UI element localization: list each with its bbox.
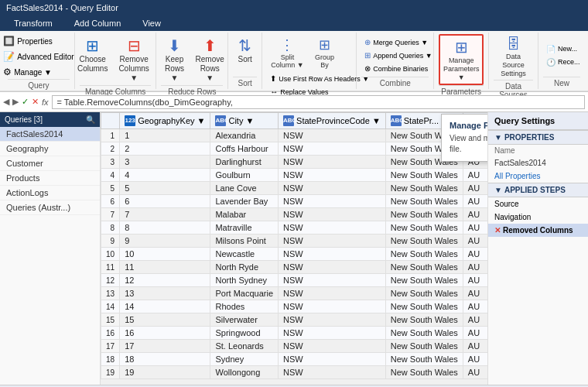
type-icon-abc-city: ABC (215, 115, 226, 126)
title-bar: FactSales2014 - Query Editor (0, 0, 588, 15)
table-cell: Wollongong (210, 366, 279, 379)
table-row: 1313Port MacquarieNSWNew South WalesAU (101, 287, 488, 300)
ribbon: Transform Add Column View 🔲 Properties 📝… (0, 15, 588, 92)
tab-view[interactable]: View (132, 15, 172, 31)
sidebar-item-customer[interactable]: Customer (0, 156, 100, 171)
table-cell: 7 (120, 208, 210, 221)
table-row: 1616SpringwoodNSWNew South WalesAU (101, 327, 488, 340)
table-cell: AU (463, 208, 487, 221)
group-icon: ⊞ (319, 36, 330, 53)
table-cell: 4 (120, 169, 210, 182)
table-row: 55Lane CoveNSWNew South WalesAU (101, 182, 488, 195)
row-number: 1 (101, 129, 120, 142)
new-icon: 📄 (546, 45, 556, 53)
table-row: 1212North SydneyNSWNew South WalesAU (101, 274, 488, 287)
type-icon-abc-state: ABC (283, 115, 294, 126)
step-navigation[interactable]: Navigation (488, 211, 588, 224)
reduce-rows-items: ⬇ KeepRows ▼ ⬆ RemoveRows ▼ (161, 34, 223, 85)
table-cell: North Sydney (210, 274, 279, 287)
table-cell: AU (463, 340, 487, 353)
table-cell: Malabar (210, 208, 279, 221)
sort-icon: ⇅ (238, 36, 251, 55)
row-number: 9 (101, 235, 120, 248)
remove-columns-button[interactable]: ⊟ RemoveColumns ▼ (113, 34, 156, 85)
col-header-stateprovincecode[interactable]: ABC StateProvinceCode ▼ (279, 113, 386, 129)
tab-transform[interactable]: Transform (3, 15, 63, 31)
combine-binaries-button[interactable]: ⊗ Combine Binaries (361, 63, 431, 74)
col-header-city[interactable]: ABC City ▼ (210, 113, 279, 129)
row-number: 3 (101, 156, 120, 169)
merge-icon: ⊕ (364, 38, 371, 46)
table-cell: NSW (279, 327, 386, 340)
group-by-button[interactable]: ⊞ GroupBy (311, 34, 339, 71)
sidebar-search-icon[interactable]: 🔍 (86, 115, 95, 124)
row-number: 12 (101, 274, 120, 287)
remove-rows-button[interactable]: ⬆ RemoveRows ▼ (193, 34, 226, 85)
choose-columns-button[interactable]: ⊞ ChooseColumns (76, 34, 110, 76)
table-cell: 6 (120, 195, 210, 208)
new-button[interactable]: 📄 New... (543, 43, 580, 55)
append-icon: ⊞ (364, 51, 371, 60)
table-cell: NSW (279, 340, 386, 353)
params-icon: ⊞ (455, 38, 468, 57)
keep-rows-button[interactable]: ⬇ KeepRows ▼ (159, 34, 191, 85)
sidebar-item-products[interactable]: Products (0, 171, 100, 186)
formula-input[interactable] (52, 95, 585, 109)
table-cell: 2 (120, 142, 210, 156)
row-number: 10 (101, 248, 120, 261)
title-text: FactSales2014 - Query Editor (6, 3, 118, 12)
merge-queries-button[interactable]: ⊕ Merge Queries ▼ (361, 36, 431, 48)
ribbon-group-reduce-rows: ⬇ KeepRows ▼ ⬆ RemoveRows ▼ Reduce Rows (156, 33, 228, 89)
formula-cancel-icon[interactable]: ✕ (32, 97, 39, 107)
row-number: 13 (101, 287, 120, 300)
table-cell: 14 (120, 300, 210, 313)
properties-button[interactable]: 🔲 Properties (0, 34, 77, 48)
manage-parameters-button[interactable]: ⊞ ManageParameters ▼ (439, 34, 484, 85)
split-column-button[interactable]: ⋮ SplitColumn ▼ (267, 34, 307, 71)
manage-button[interactable]: ⚙ Manage ▼ (0, 65, 77, 79)
table-cell: AU (463, 221, 487, 235)
table-row: 1010NewcastleNSWNew South WalesAU (101, 248, 488, 261)
remove-cols-icon: ⊟ (128, 36, 141, 55)
tab-add-column[interactable]: Add Column (63, 15, 132, 31)
table-cell: New South Wales (385, 248, 463, 261)
row-number: 18 (101, 353, 120, 366)
query-settings-title: Query Settings (488, 112, 588, 130)
table-cell: NSW (279, 169, 386, 182)
sort-button[interactable]: ⇅ Sort (231, 34, 259, 66)
collapse-icon[interactable]: ▶ (12, 97, 19, 107)
table-cell: Milsons Point (210, 235, 279, 248)
row-number: 15 (101, 313, 120, 327)
ribbon-group-parameters: ⊞ ManageParameters ▼ Parameters (434, 33, 489, 89)
first-row-icon: ⬆ (270, 74, 276, 83)
choose-cols-icon: ⊞ (86, 36, 99, 55)
sidebar-item-queries-austr[interactable]: Queries (Austr...) (0, 200, 100, 215)
data-area[interactable]: 123 GeographyKey ▼ ABC City ▼ ABC (101, 112, 487, 385)
recent-button[interactable]: 🕐 Rece... (543, 57, 583, 68)
table-cell: 3 (120, 156, 210, 169)
manage-icon: ⚙ (3, 67, 12, 77)
sidebar-item-actionlogs[interactable]: ActionLogs (0, 186, 100, 200)
row-number: 14 (101, 300, 120, 313)
table-cell: AU (463, 353, 487, 366)
expand-icon[interactable]: ◀ (3, 97, 9, 107)
ribbon-group-data-sources: 🗄 Data SourceSettings Data Sources (489, 33, 538, 89)
table-cell: New South Wales (385, 182, 463, 195)
step-source[interactable]: Source (488, 197, 588, 211)
sidebar-item-factsales[interactable]: FactSales2014 (0, 127, 100, 142)
append-queries-button[interactable]: ⊞ Append Queries ▼ (361, 50, 435, 61)
col-header-geographykey[interactable]: 123 GeographyKey ▼ (120, 113, 210, 129)
advanced-editor-button[interactable]: 📝 Advanced Editor (0, 50, 77, 63)
step-source-label: Source (494, 200, 519, 208)
formula-check-icon[interactable]: ✓ (22, 97, 29, 107)
table-cell: Matraville (210, 221, 279, 235)
step-removed-columns[interactable]: ✕ Removed Columns (488, 224, 588, 237)
table-cell: NSW (279, 182, 386, 195)
data-source-settings-button[interactable]: 🗄 Data SourceSettings (494, 34, 533, 80)
table-cell: AU (463, 300, 487, 313)
all-properties-link[interactable]: All Properties (488, 170, 588, 183)
name-value[interactable]: FactSales2014 (488, 156, 588, 170)
sidebar-item-geography[interactable]: Geography (0, 142, 100, 156)
datasource-icon: 🗄 (507, 36, 521, 53)
new-label: New (543, 77, 580, 87)
